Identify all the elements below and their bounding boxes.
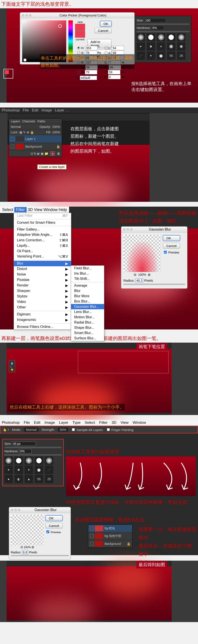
filter-note: 然后选择滤镜——模糊——高斯模糊设定数值40.2，如图。确定。 [119,208,196,226]
brush-position-label: 画笔下笔位置 [136,343,167,350]
hex-input[interactable]: ed3a4f [80,76,97,80]
color-picker-title: Color Picker (Foreground Color) [33,14,133,17]
smudge-brush-panel: Size:45 px Hardness:0% ✦✱✶⬤⋰ ●◐▲5525 [2,439,64,486]
only-web-checkbox[interactable] [24,58,26,62]
menu-gaussian-blur[interactable]: Gaussian Blur... [74,305,99,308]
ok-button[interactable]: OK [100,21,112,26]
smudge-result-note: 对橙色图层反复进行涂抹，大致出现这种效果，类似光照。 [66,498,192,506]
brush-position-box [78,351,168,373]
menu-filter[interactable]: Filter [14,207,27,212]
blur-submenu: Field Blur... Iris Blur... Tilt-Shift...… [71,266,104,341]
tab-layers[interactable]: Layers [11,120,20,123]
tab-paths[interactable]: Paths [37,120,45,123]
tool-note: 单击工具栏的前景色板，呼出颜色对话框，调整颜色如图。 [40,54,134,69]
smudge-note: 然后在模糊工具上右键，选择涂抹工具。图标为一个小手。 [9,404,125,410]
brush-settings-panel: Size: 150 Hardness: 0% ✦✱✶ ⋰✦⬤ 5525 [135,16,191,63]
layer-1[interactable]: Layer 1 [25,137,36,140]
current-label: current [76,38,84,41]
smudge-size-input[interactable]: 45 px [12,442,36,446]
gaussian-blur-dialog-2: Gaussian Blur ⊟ 100% ⊞ OK Cancel Preview… [9,507,71,560]
app-menubar: Photoshop File Edit Image Layer Type Sel… [0,420,198,426]
layers-panel: Layers Channels Paths Normal Opacity: 10… [9,118,62,157]
brush-size-input[interactable]: 150 [144,18,166,22]
radius-input-1[interactable]: 40.2 [136,278,143,283]
filter-menu: Last Filter⌘F Convert for Smart Filters … [14,213,71,330]
new-layer-tooltip: Create a new layer [37,164,66,169]
color-picker-window: Color Picker (Foreground Color) new curr… [20,12,135,64]
brush-hardness-input[interactable]: 0% [152,26,164,30]
preview-checkbox[interactable] [164,251,167,254]
menu-blur[interactable]: Blur [17,262,23,266]
gaussian-ok-button[interactable]: OK [163,235,180,241]
h-input[interactable]: 353 [85,46,97,50]
tool-options-bar: 👆 • Mode: Normal Strength: 30% Sample Al… [0,426,198,434]
brush-note: 按B选择画笔工具，在画布上单击右键如图设置。 [131,81,191,92]
gaussian-blur-dialog: Gaussian Blur ⊟ 100% ⊞ OK Cancel Preview… [121,226,187,289]
new-layer-icon[interactable]: ⊞ [50,151,55,156]
cancel-button[interactable]: Cancel [94,28,112,33]
tab-channels[interactable]: Channels [22,120,35,123]
final-label: 最后得到如图 [136,561,167,568]
blur2-note: 对该图层高斯模糊，数值6.8左右。 [75,516,149,524]
layer-note: 在图层面板，点击新建图层图标，新建一个图层。 然后在中间用画笔在新建的图层画两下… [70,125,119,155]
intro-text: 下面做文字下层的浅色渐变背景。 [0,0,198,8]
new-label: new [77,20,83,24]
radius-input-2[interactable]: 6.8 [22,550,28,554]
final-layers-panel: bg-橙色 bg-浅色中部 Background🔒 [88,524,132,548]
gaussian-cancel-button[interactable]: Cancel [163,243,180,248]
layer-background[interactable]: Background [25,145,42,148]
smudge-set-note: 对涂抹工具进行如图设置。 [66,448,124,456]
